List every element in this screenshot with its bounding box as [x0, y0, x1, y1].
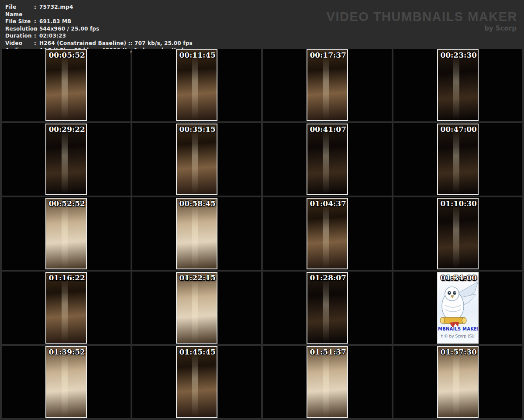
thumbnail-cell: 01:10:30 — [393, 197, 522, 270]
thumbnail-cell: 01:28:07 — [263, 272, 392, 344]
logo-copyright: t © by Scorp (SU — [438, 334, 478, 338]
metadata-row: File Name : 75732.mp4 — [5, 3, 193, 18]
metadata-row: File Size : 691.83 MB — [5, 18, 193, 25]
logo-text: MBNAILS MAKER — [438, 327, 478, 331]
field-value: 75732.mp4 — [39, 3, 73, 18]
field-separator: : — [34, 25, 39, 33]
metadata-row: Duration : 02:03:23 — [5, 32, 193, 40]
field-value: H264 (Constrained Baseline) :: 707 kb/s,… — [39, 40, 193, 47]
thumbnail-image: 00:17:37 — [307, 49, 348, 121]
thumbnail-image: 01:10:30 — [437, 198, 479, 269]
field-label: Duration — [5, 32, 34, 40]
timestamp-overlay: 01:45:45 — [179, 348, 216, 356]
field-label: File Size — [5, 18, 34, 25]
metadata-panel: File Name : 75732.mp4 File Size : 691.83… — [5, 3, 193, 54]
timestamp-overlay: 01:57:30 — [440, 348, 477, 356]
timestamp-overlay: 00:05:52 — [48, 51, 85, 59]
timestamp-overlay: 00:11:45 — [179, 51, 216, 59]
thumbnail-image: 01:28:07 — [307, 272, 348, 344]
thumbnail-cell: 01:22:15 — [132, 272, 261, 344]
field-label: Resolution — [5, 25, 34, 33]
timestamp-overlay: 00:23:30 — [440, 51, 477, 59]
thumbnail-image: 00:23:30 — [437, 49, 479, 121]
timestamp-overlay: 01:39:52 — [48, 348, 85, 356]
thumbnail-image: 00:58:45 — [176, 198, 217, 269]
thumbnail-cell: 00:58:45 — [132, 197, 261, 270]
timestamp-overlay: 00:29:22 — [48, 125, 85, 134]
timestamp-overlay: 00:47:00 — [440, 125, 477, 134]
header: File Name : 75732.mp4 File Size : 691.83… — [0, 0, 524, 47]
metadata-row: Video : H264 (Constrained Baseline) :: 7… — [5, 40, 193, 47]
thumbnail-cell: 00:11:45 — [132, 49, 261, 121]
timestamp-overlay: 01:16:22 — [48, 273, 85, 282]
thumbnail-cell: 01:39:52 — [2, 346, 131, 418]
thumbnail-image: 01:16:22 — [45, 272, 87, 344]
field-value: 02:03:23 — [39, 32, 66, 40]
timestamp-overlay: 00:17:37 — [310, 51, 346, 59]
thumbnail-image: 01:22:15 — [176, 272, 217, 344]
thumbnail-cell: 00:05:52 — [2, 49, 131, 121]
thumbnail-cell: 01:45:45 — [132, 346, 261, 418]
thumbnail-cell: 00:23:30 — [393, 49, 522, 121]
field-separator: : — [34, 3, 39, 18]
thumbnail-cell: 01:04:37 — [263, 197, 392, 270]
field-value: 691.83 MB — [39, 18, 71, 25]
thumbnail-image: 01:51:37 — [307, 346, 348, 418]
brand-title: VIDEO THUMBNAILS MAKER — [327, 10, 517, 24]
thumbnail-image: 00:05:52 — [45, 49, 87, 121]
timestamp-overlay: 01:34:00 — [440, 273, 477, 282]
timestamp-overlay: 00:52:52 — [48, 199, 85, 208]
timestamp-overlay: 01:51:37 — [310, 348, 346, 356]
thumbnail-cell: 00:47:00 — [393, 123, 522, 196]
timestamp-overlay: 01:04:37 — [310, 199, 346, 208]
field-label: Video — [5, 40, 34, 47]
thumbnail-cell: 00:29:22 — [2, 123, 131, 196]
timestamp-overlay: 00:58:45 — [179, 199, 216, 208]
timestamp-overlay: 00:41:07 — [310, 125, 346, 134]
thumbnail-cell: 01:34:00 MBNAILS MAKER t © by Scorp (SU — [393, 272, 522, 344]
field-separator: : — [34, 18, 39, 25]
thumbnail-cell: 01:51:37 — [263, 346, 392, 418]
field-label: File Name — [5, 3, 34, 18]
metadata-row: Resolution : 544x960 / 25.00 fps — [5, 25, 193, 33]
field-separator: : — [34, 32, 39, 40]
thumbnail-cell: 01:57:30 — [393, 346, 522, 418]
field-separator: : — [34, 40, 39, 47]
timestamp-overlay: 01:22:15 — [179, 273, 216, 282]
thumbnail-cell: 00:52:52 — [2, 197, 131, 270]
timestamp-overlay: 01:28:07 — [310, 273, 346, 282]
thumbnail-cell: 01:16:22 — [2, 272, 131, 344]
thumbnail-image: 01:57:30 — [437, 346, 479, 418]
thumbnail-image: 01:04:37 — [307, 198, 348, 269]
field-value: 544x960 / 25.00 fps — [39, 25, 99, 33]
thumbnail-image: 00:29:22 — [45, 124, 87, 195]
thumbnail-image: 00:52:52 — [45, 198, 87, 269]
thumbnail-image: 00:35:15 — [176, 124, 217, 195]
thumbnail-cell: 00:41:07 — [263, 123, 392, 196]
thumbnail-image: 00:11:45 — [176, 49, 217, 121]
thumbnail-image: 01:39:52 — [45, 346, 87, 418]
timestamp-overlay: 00:35:15 — [179, 125, 216, 134]
brand-subtitle: by Scorp — [327, 24, 517, 32]
brand: VIDEO THUMBNAILS MAKER by Scorp — [327, 10, 517, 32]
thumbnail-image: 00:41:07 — [307, 124, 348, 195]
thumbnail-cell: 00:17:37 — [263, 49, 392, 121]
thumbnail-image: 01:45:45 — [176, 346, 217, 418]
thumbnail-image: 00:47:00 — [437, 124, 479, 195]
thumbnail-cell: 00:35:15 — [132, 123, 261, 196]
thumbnail-image: 01:34:00 MBNAILS MAKER t © by Scorp (SU — [437, 272, 479, 344]
thumbnail-grid: 00:05:52 00:11:45 00:17:37 00:23:30 00:2… — [0, 47, 524, 420]
owl-logo-icon — [437, 279, 479, 327]
timestamp-overlay: 01:10:30 — [440, 199, 477, 208]
vtm-logo-thumbnail: MBNAILS MAKER t © by Scorp (SU — [438, 273, 478, 343]
